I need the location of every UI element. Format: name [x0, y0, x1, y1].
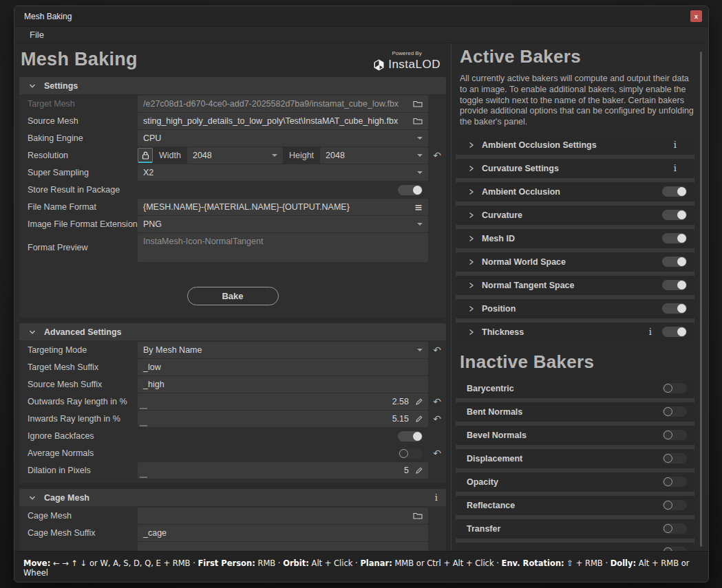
average-normals-toggle[interactable]	[398, 448, 423, 459]
baker-row[interactable]: Transfer	[456, 519, 694, 538]
baker-row[interactable]: Reflectance	[456, 496, 694, 515]
panel-divider	[451, 43, 452, 551]
baker-row[interactable]: Barycentric	[456, 379, 694, 398]
baker-toggle[interactable]	[662, 327, 687, 337]
targeting-mode-dropdown[interactable]: By Mesh Name	[138, 342, 428, 358]
baker-toggle[interactable]	[662, 257, 687, 267]
info-icon[interactable]: i	[674, 163, 677, 173]
scrollbar[interactable]	[700, 52, 702, 547]
baker-row[interactable]: Position	[456, 299, 694, 318]
baker-toggle[interactable]	[662, 303, 687, 314]
folder-icon[interactable]	[413, 117, 423, 125]
ignore-backfaces-row: Ignore Backfaces	[19, 428, 446, 444]
baker-row[interactable]: Mesh ID	[456, 229, 694, 248]
baker-toggle[interactable]	[662, 500, 687, 510]
target-suffix-value: _low	[143, 362, 161, 372]
baker-toggle[interactable]	[662, 523, 687, 534]
source-mesh-value: sting_high_poly_details_to_low_poly\Test…	[143, 116, 413, 126]
baker-row[interactable]: Normal World Space	[456, 252, 694, 272]
undo-icon[interactable]: ↶	[433, 414, 441, 424]
baking-engine-dropdown[interactable]: CPU	[138, 130, 428, 146]
outwards-ray-field[interactable]: 2.58	[138, 393, 428, 410]
format-preview-row: Format Preview InstaMesh-Icon-NormalTang…	[19, 233, 446, 262]
baker-row[interactable]: Bevel Normals	[456, 426, 694, 445]
source-mesh-field[interactable]: sting_high_poly_details_to_low_poly\Test…	[138, 113, 428, 129]
target-mesh-field[interactable]: /e27c08d1-d670-4ce0-add7-2025582d7ba9/in…	[138, 96, 428, 112]
format-preview-value: InstaMesh-Icon-NormalTangent	[143, 237, 263, 246]
menu-item-file[interactable]: File	[25, 28, 48, 41]
pencil-icon[interactable]	[415, 467, 423, 475]
instalod-logo-icon	[373, 59, 385, 71]
baker-toggle[interactable]	[662, 430, 687, 440]
width-dropdown[interactable]: 2048	[187, 147, 283, 164]
baker-row[interactable]: Thickness i	[456, 323, 694, 342]
baker-toggle[interactable]	[662, 547, 687, 551]
cage-suffix-field[interactable]: _cage	[138, 525, 428, 541]
baker-toggle[interactable]	[662, 477, 687, 487]
baker-row[interactable]: Opacity	[456, 472, 694, 492]
baker-toggle[interactable]	[662, 186, 687, 197]
baker-toggle[interactable]	[662, 233, 687, 243]
powered-by-label: Powered By	[392, 50, 422, 56]
baker-row[interactable]: Ambient Occlusion Settings i	[456, 135, 694, 155]
baker-row[interactable]: Bent Normals	[456, 402, 694, 422]
source-suffix-field[interactable]: _high	[138, 376, 428, 393]
baking-engine-label: Baking Engine	[19, 133, 138, 143]
menu-list-icon[interactable]: ≡	[414, 202, 423, 212]
undo-icon[interactable]: ↶	[433, 151, 441, 160]
inwards-ray-label: Inwards Ray length in %	[19, 414, 138, 424]
info-icon[interactable]: i	[649, 327, 652, 337]
dilation-field[interactable]: 5	[138, 462, 428, 479]
close-button[interactable]: x	[690, 10, 702, 22]
height-dropdown[interactable]: 2048	[320, 147, 428, 164]
baker-toggle[interactable]	[662, 280, 687, 290]
baker-toggle[interactable]	[662, 453, 687, 464]
lock-aspect-button[interactable]	[138, 148, 153, 163]
target-mesh-value: /e27c08d1-d670-4ce0-add7-2025582d7ba9/in…	[143, 99, 413, 109]
advanced-settings-section: Advanced Settings Targeting Mode By Mesh…	[19, 323, 446, 483]
outwards-ray-label: Outwards Ray length in %	[19, 397, 138, 406]
ignore-backfaces-toggle[interactable]	[398, 431, 423, 442]
target-suffix-field[interactable]: _low	[138, 359, 428, 375]
pencil-icon[interactable]	[415, 398, 423, 406]
chevron-down-icon	[417, 223, 423, 226]
super-sampling-dropdown[interactable]: X2	[138, 164, 428, 181]
inwards-ray-field[interactable]: 5.15	[138, 411, 428, 427]
cage-suffix-row: Cage Mesh Suffix _cage	[19, 525, 446, 541]
targeting-mode-row: Targeting Mode By Mesh Name ↶	[19, 342, 446, 358]
info-icon[interactable]: i	[435, 493, 438, 502]
chevron-down-icon	[29, 494, 36, 501]
baker-row[interactable]: Normal Tangent Space	[456, 276, 694, 295]
undo-icon[interactable]: ↶	[433, 345, 441, 355]
cage-mesh-header[interactable]: Cage Mesh i	[19, 489, 446, 506]
outwards-ray-value: 2.58	[392, 397, 409, 406]
title-bar[interactable]: Mesh Baking x	[14, 6, 708, 27]
baker-row[interactable]: Ambient Occlusion	[456, 182, 694, 202]
bake-button[interactable]: Bake	[187, 287, 279, 305]
outwards-ray-row: Outwards Ray length in % 2.58 ↶	[19, 393, 446, 410]
baker-row[interactable]: Displacement	[456, 449, 694, 468]
chevron-right-icon	[468, 305, 474, 312]
settings-section-header[interactable]: Settings	[19, 77, 446, 94]
file-name-format-value: {MESH.NAME}-{MATERIAL.NAME}-{OUTPUT.NAME…	[143, 202, 414, 212]
info-icon[interactable]: i	[674, 140, 677, 150]
baker-label: Ambient Occlusion Settings	[482, 140, 597, 150]
baker-row[interactable]: Curvature Settings i	[456, 159, 694, 178]
baker-toggle[interactable]	[662, 383, 687, 393]
advanced-settings-header[interactable]: Advanced Settings	[19, 323, 446, 340]
file-name-format-field[interactable]: {MESH.NAME}-{MATERIAL.NAME}-{OUTPUT.NAME…	[138, 199, 428, 215]
undo-icon[interactable]: ↶	[433, 397, 441, 406]
baker-toggle[interactable]	[662, 406, 687, 417]
store-result-toggle[interactable]	[398, 185, 423, 195]
baker-row[interactable]: Curvature	[456, 206, 694, 225]
image-format-value: PNG	[143, 219, 162, 229]
folder-icon[interactable]	[413, 100, 423, 108]
baker-toggle[interactable]	[662, 210, 687, 220]
pencil-icon[interactable]	[415, 415, 423, 423]
baker-label: Normal World Space	[482, 257, 566, 267]
cage-mesh-field[interactable]	[138, 508, 428, 524]
slider-tick	[140, 477, 147, 478]
folder-icon[interactable]	[413, 512, 423, 520]
undo-icon[interactable]: ↶	[433, 448, 441, 458]
image-format-dropdown[interactable]: PNG	[138, 216, 428, 232]
